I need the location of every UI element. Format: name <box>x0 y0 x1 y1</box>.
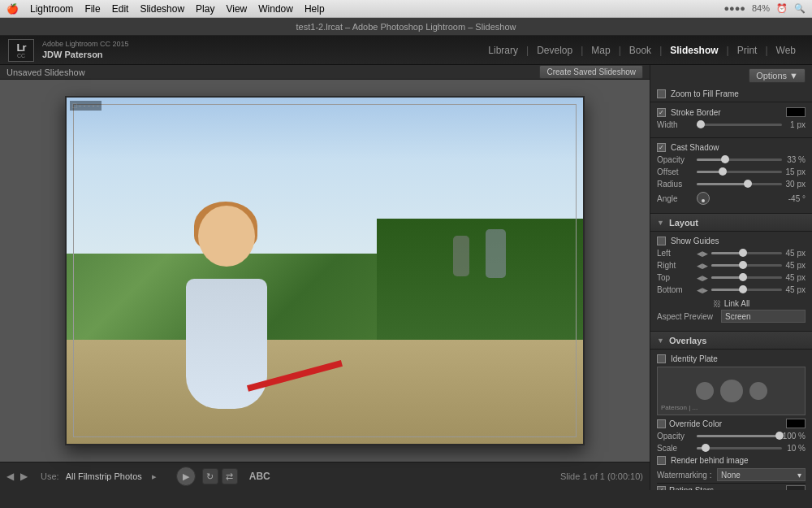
id-circle-3 <box>749 382 767 400</box>
zoom-row: Zoom to Fill Frame <box>650 86 812 102</box>
offset-slider[interactable] <box>697 171 782 173</box>
menu-play[interactable]: Play <box>196 3 214 15</box>
opacity-slider[interactable] <box>697 158 782 161</box>
nav-slideshow[interactable]: Slideshow <box>662 36 726 65</box>
stroke-color-swatch[interactable] <box>786 107 806 117</box>
time-icon: ⏰ <box>776 3 788 14</box>
rating-stars-row: Rating Stars <box>657 485 806 490</box>
next-button[interactable]: ▶ <box>20 471 28 482</box>
radius-slider[interactable] <box>697 183 782 185</box>
override-color-label: Override Color <box>669 419 722 428</box>
bottom-row: Bottom ◀▶ 45 px <box>657 285 806 294</box>
offset-thumb[interactable] <box>719 167 727 176</box>
photo-frame: □ - - - - - <box>65 96 585 445</box>
user-name: JDW Paterson <box>42 49 129 60</box>
right-slider[interactable] <box>711 264 782 267</box>
nav-map[interactable]: Map <box>583 36 618 65</box>
identity-plate-checkbox[interactable] <box>657 354 666 363</box>
overlay-opacity-thumb[interactable] <box>775 432 784 440</box>
nav-web[interactable]: Web <box>768 36 804 65</box>
top-row: Top ◀▶ 45 px <box>657 273 806 282</box>
slide-info: Slide 1 of 1 (0:00:10) <box>560 471 643 481</box>
overlay-opacity-row: Opacity 100 % <box>657 432 806 441</box>
left-slider[interactable] <box>711 252 782 254</box>
nav-book[interactable]: Book <box>621 36 659 65</box>
nav-library[interactable]: Library <box>480 36 526 65</box>
render-behind-checkbox[interactable] <box>657 456 666 465</box>
scale-value: 10 % <box>785 444 806 453</box>
abc-label: ABC <box>249 471 270 482</box>
width-slider[interactable] <box>697 124 782 126</box>
stroke-border-checkbox[interactable] <box>657 108 666 117</box>
width-label: Width <box>657 120 693 129</box>
cast-shadow-label: Cast Shadow <box>671 143 719 152</box>
cast-shadow-section: Cast Shadow Opacity 33 % Offset <box>650 138 812 214</box>
top-slider[interactable] <box>711 276 782 279</box>
stroke-border-row: Stroke Border <box>657 107 806 117</box>
watermark-select[interactable]: None ▾ <box>717 468 806 481</box>
left-thumb[interactable] <box>739 249 747 257</box>
wifi-icon: ●●●● <box>723 3 745 14</box>
divider <box>657 483 806 484</box>
right-panel: Options ▼ Zoom to Fill Frame Stroke Bord… <box>650 65 812 490</box>
rating-stars-checkbox[interactable] <box>657 486 666 491</box>
nav-print[interactable]: Print <box>729 36 766 65</box>
menu-lightroom[interactable]: Lightroom <box>30 3 73 15</box>
right-row: Right ◀▶ 45 px <box>657 261 806 270</box>
bg-person-1 <box>486 229 506 278</box>
show-guides-checkbox[interactable] <box>657 237 666 245</box>
identity-preview: Paterson | ... <box>657 367 806 415</box>
override-color-checkbox[interactable] <box>657 419 666 428</box>
search-icon[interactable]: 🔍 <box>794 3 806 14</box>
bg-person-2 <box>453 236 469 276</box>
layout-section: ▼ Layout Show Guides Left ◀▶ 45 px <box>650 214 812 332</box>
bottom-label: Bottom <box>657 285 693 294</box>
rating-stars-color[interactable] <box>786 485 806 490</box>
nav-develop[interactable]: Develop <box>529 36 581 65</box>
menu-edit[interactable]: Edit <box>112 3 129 15</box>
scale-slider[interactable] <box>697 447 782 449</box>
right-thumb[interactable] <box>739 261 747 269</box>
aspect-row: Aspect Preview Screen <box>657 310 806 323</box>
angle-circle[interactable] <box>697 192 710 205</box>
photo-content <box>67 98 583 444</box>
zoom-checkbox[interactable] <box>657 89 666 98</box>
options-button[interactable]: Options ▼ <box>749 68 806 83</box>
filmstrip-play-button[interactable]: ▶ <box>176 467 196 486</box>
watermark-row: Watermarking : None ▾ <box>657 468 806 481</box>
menu-view[interactable]: View <box>226 3 247 15</box>
override-color-row: Override Color <box>657 419 806 428</box>
scale-thumb[interactable] <box>702 444 710 452</box>
bottom-thumb[interactable] <box>739 285 747 293</box>
menu-file[interactable]: File <box>84 3 100 15</box>
source-arrow[interactable]: ▸ <box>152 471 157 482</box>
create-saved-button[interactable]: Create Saved Slideshow <box>539 65 643 79</box>
top-thumb[interactable] <box>739 273 747 281</box>
layout-header[interactable]: ▼ Layout <box>650 214 812 232</box>
bottom-value: 45 px <box>785 285 806 294</box>
apple-menu[interactable]: 🍎 <box>6 3 19 15</box>
overlays-section: ▼ Overlays Identity Plate Paterson | ... <box>650 332 812 490</box>
panel-header: Unsaved Slideshow Create Saved Slideshow <box>0 65 650 80</box>
prev-button[interactable]: ◀ <box>6 471 14 482</box>
id-circle-1 <box>696 382 714 400</box>
loop-button[interactable]: ↻ <box>202 468 218 484</box>
bottom-slider[interactable] <box>711 289 782 291</box>
cast-shadow-checkbox[interactable] <box>657 143 666 152</box>
menu-help[interactable]: Help <box>304 3 325 15</box>
radius-thumb[interactable] <box>744 180 752 188</box>
width-slider-thumb[interactable] <box>697 120 705 128</box>
scale-label: Scale <box>657 444 693 453</box>
override-color-swatch[interactable] <box>786 419 806 428</box>
opacity-label: Opacity <box>657 155 693 164</box>
cast-shadow-content: Cast Shadow Opacity 33 % Offset <box>650 138 812 213</box>
opacity-thumb[interactable] <box>721 155 729 163</box>
angle-label: Angle <box>657 194 693 203</box>
random-button[interactable]: ⇄ <box>222 468 238 484</box>
filmstrip-source[interactable]: All Filmstrip Photos <box>66 471 142 481</box>
aspect-select[interactable]: Screen <box>721 310 806 323</box>
menu-slideshow[interactable]: Slideshow <box>140 3 184 15</box>
overlay-opacity-slider[interactable] <box>697 435 780 437</box>
overlays-header[interactable]: ▼ Overlays <box>650 332 812 350</box>
menu-window[interactable]: Window <box>258 3 293 15</box>
